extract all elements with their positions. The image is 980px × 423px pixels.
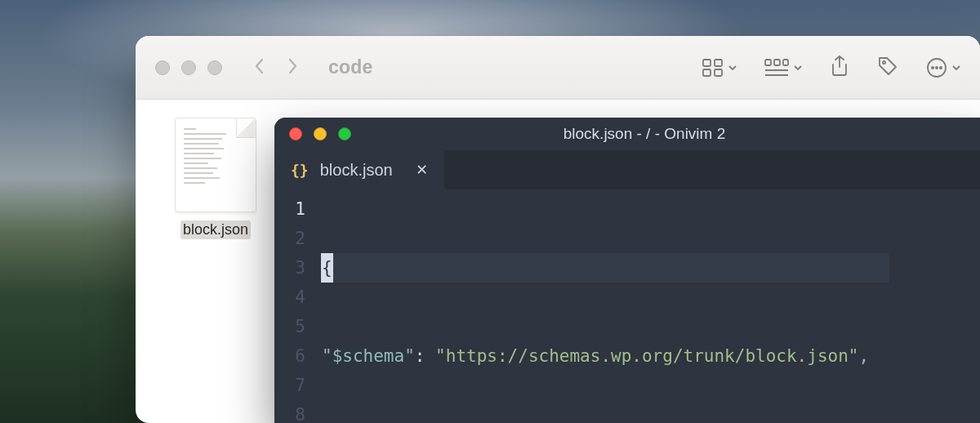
finder-traffic-lights [155,60,222,75]
svg-point-11 [932,66,933,68]
editor-titlebar: block.json - / - Onivim 2 [274,118,980,150]
svg-rect-2 [703,69,710,76]
line-number-gutter: 1 2 3 4 5 6 7 8 [274,189,317,423]
finder-title: code [328,56,372,78]
share-button[interactable] [830,56,849,80]
nav-back-button[interactable] [252,56,268,79]
code-content[interactable]: { "$schema": "https://schemas.wp.org/tru… [317,189,889,423]
svg-point-12 [936,66,938,68]
group-by-button[interactable] [764,59,802,77]
editor-window-title: block.json - / - Onivim 2 [372,125,916,143]
file-label: block.json [180,220,251,239]
line-number: 5 [274,312,305,341]
close-icon[interactable] [289,127,302,140]
svg-rect-5 [774,60,780,65]
tags-button[interactable] [877,56,898,80]
maximize-icon[interactable] [207,60,222,75]
code-area[interactable]: 1 2 3 4 5 6 7 8 { "$schema": "https://sc… [274,189,980,423]
code-line: { [322,253,889,283]
svg-point-13 [940,66,942,68]
minimize-icon[interactable] [181,60,196,75]
line-number: 1 [274,194,305,224]
file-item-block-json[interactable]: block.json [167,118,265,256]
close-icon[interactable] [155,60,170,75]
minimize-icon[interactable] [314,127,327,140]
svg-rect-1 [715,60,722,66]
svg-rect-4 [765,60,771,65]
editor-tabbar: {} block.json ✕ [274,150,980,189]
editor-window: block.json - / - Onivim 2 {} block.json … [274,118,980,423]
line-number: 6 [274,341,305,371]
svg-rect-0 [703,60,710,66]
line-number: 3 [274,253,305,283]
view-icons-button[interactable] [702,59,737,77]
line-number: 8 [274,400,305,423]
svg-point-9 [883,60,885,63]
desktop-wallpaper: code [0,0,980,423]
finder-toolbar: code [136,36,980,100]
line-number: 4 [274,283,305,312]
code-line: "$schema": "https://schemas.wp.org/trunk… [322,341,889,371]
cursor: { [321,253,333,283]
line-number: 2 [274,224,305,253]
nav-forward-button[interactable] [284,56,301,79]
json-icon: {} [291,162,309,179]
document-icon [175,118,256,212]
line-number: 7 [274,371,305,400]
finder-nav-arrows [252,56,301,79]
svg-rect-6 [783,60,788,65]
tab-close-button[interactable]: ✕ [416,161,428,179]
tab-label: block.json [320,161,393,180]
tab-block-json[interactable]: {} block.json ✕ [274,150,444,189]
maximize-icon[interactable] [338,127,351,140]
svg-rect-3 [715,69,722,76]
actions-button[interactable] [926,57,960,78]
editor-traffic-lights [289,127,351,140]
